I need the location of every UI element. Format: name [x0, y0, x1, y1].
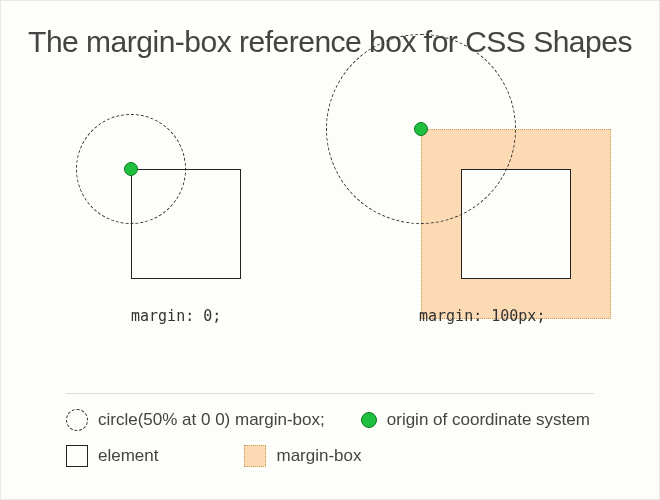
element-square-icon	[66, 445, 88, 467]
margin-box-icon	[244, 445, 266, 467]
legend-label: margin-box	[276, 446, 361, 466]
legend-item-circle: circle(50% at 0 0) margin-box;	[66, 409, 325, 431]
caption-left: margin: 0;	[131, 307, 221, 325]
legend-item-marginbox: margin-box	[244, 445, 361, 467]
caption-right: margin: 100px;	[419, 307, 545, 325]
diagram-stage: margin: 0; margin: 100px;	[1, 59, 659, 319]
legend-item-element: element	[66, 445, 158, 467]
legend-label: circle(50% at 0 0) margin-box;	[98, 410, 325, 430]
divider	[66, 393, 594, 394]
page-title: The margin-box reference box for CSS Sha…	[1, 1, 659, 59]
origin-dot-icon	[124, 162, 138, 176]
dashed-circle-icon	[66, 409, 88, 431]
legend-item-origin: origin of coordinate system	[361, 409, 590, 431]
origin-dot-icon	[361, 412, 377, 428]
legend-label: element	[98, 446, 158, 466]
legend-label: origin of coordinate system	[387, 410, 590, 430]
legend: circle(50% at 0 0) margin-box; origin of…	[66, 409, 604, 481]
origin-dot-icon	[414, 122, 428, 136]
